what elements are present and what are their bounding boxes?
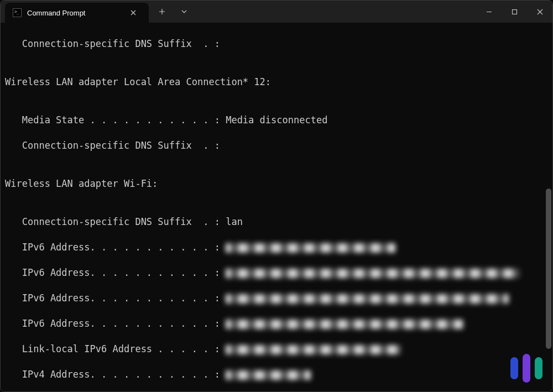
plus-icon	[159, 8, 165, 15]
logo-bar	[510, 357, 518, 379]
redacted-value	[226, 243, 395, 253]
tab-command-prompt[interactable]: Command Prompt	[5, 3, 149, 23]
redacted-value	[226, 370, 311, 380]
tab-dropdown-button[interactable]	[174, 2, 194, 22]
output-line: IPv6 Address. . . . . . . . . . . :	[5, 292, 548, 305]
output-line: Media State . . . . . . . . . . . : Medi…	[5, 114, 548, 127]
command-prompt-icon	[13, 8, 22, 17]
redacted-value	[226, 345, 401, 354]
output-line: Wireless LAN adapter Local Area Connecti…	[5, 76, 548, 88]
redacted-value	[226, 294, 509, 304]
scrollbar[interactable]	[546, 23, 551, 389]
watermark-logo	[510, 354, 542, 383]
new-tab-button[interactable]	[152, 2, 172, 22]
close-window-button[interactable]	[527, 1, 552, 23]
chevron-down-icon	[181, 8, 187, 15]
tab-close-button[interactable]	[126, 5, 141, 20]
output-line: Connection-specific DNS Suffix . : lan	[5, 216, 548, 228]
maximize-icon	[512, 9, 518, 15]
tab-title: Command Prompt	[27, 9, 85, 17]
output-line: Connection-specific DNS Suffix . :	[5, 139, 548, 152]
titlebar: Command Prompt	[1, 1, 552, 23]
output-line: IPv6 Address. . . . . . . . . . . :	[5, 241, 548, 254]
close-icon	[537, 9, 543, 15]
scrollbar-thumb[interactable]	[546, 189, 551, 349]
terminal-output[interactable]: Connection-specific DNS Suffix . : Wirel…	[1, 23, 552, 391]
maximize-button[interactable]	[502, 1, 527, 23]
output-line: IPv4 Address. . . . . . . . . . . :	[5, 368, 548, 381]
close-icon	[131, 10, 136, 15]
output-line: Connection-specific DNS Suffix . :	[5, 38, 548, 50]
minimize-button[interactable]	[476, 1, 502, 23]
redacted-value	[226, 320, 463, 329]
titlebar-drag-region[interactable]	[194, 1, 476, 23]
minimize-icon	[486, 9, 492, 15]
window-controls	[476, 1, 552, 23]
output-line: Link-local IPv6 Address . . . . . :	[5, 343, 548, 356]
svg-rect-0	[512, 9, 517, 14]
terminal-window: Command Prompt Connect	[0, 0, 553, 392]
output-line: Wireless LAN adapter Wi-Fi:	[5, 177, 548, 190]
output-line: IPv6 Address. . . . . . . . . . . :	[5, 317, 548, 330]
logo-bar	[523, 354, 530, 383]
logo-bar	[535, 357, 542, 379]
output-line: IPv6 Address. . . . . . . . . . . :	[5, 266, 548, 279]
redacted-value	[226, 269, 520, 278]
tab-actions	[149, 1, 194, 23]
